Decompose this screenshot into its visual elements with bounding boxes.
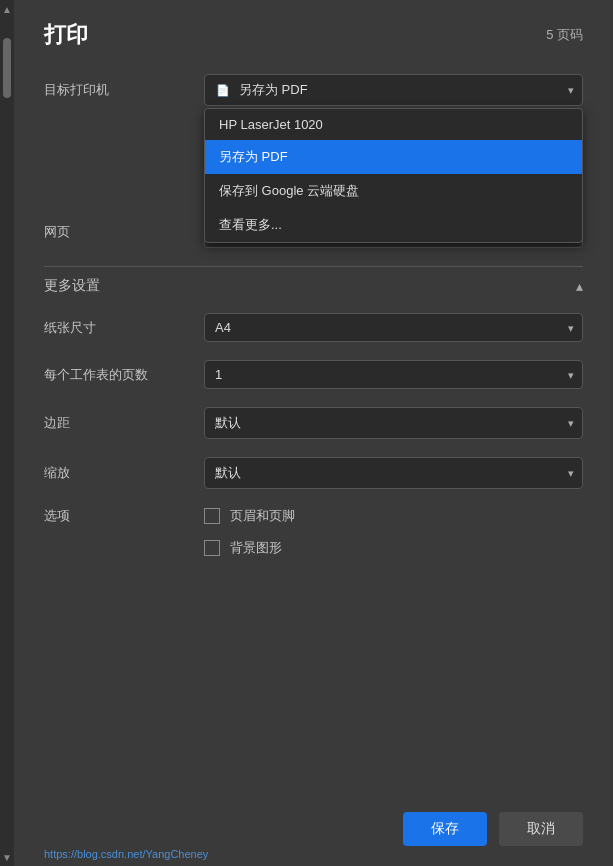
printer-selected-value: 另存为 PDF — [239, 81, 308, 99]
option-background: 背景图形 — [204, 539, 583, 557]
pages-per-sheet-value: 1 — [215, 367, 222, 382]
options-checkboxes: 页眉和页脚 背景图形 — [204, 507, 583, 557]
scale-chevron-icon: ▾ — [568, 467, 574, 480]
target-printer-label: 目标打印机 — [44, 81, 204, 99]
dropdown-item-label: 保存到 Google 云端硬盘 — [219, 182, 359, 200]
pages-per-sheet-selector: 1 ▾ — [204, 360, 583, 389]
options-label: 选项 — [44, 507, 204, 525]
scale-value: 默认 — [215, 464, 241, 482]
section-divider — [44, 266, 583, 267]
margins-selector: 默认 ▾ — [204, 407, 583, 439]
printer-select-box[interactable]: 📄 另存为 PDF ▾ — [204, 74, 583, 106]
dialog-footer: 保存 取消 — [403, 812, 583, 846]
save-button[interactable]: 保存 — [403, 812, 487, 846]
pages-per-sheet-chevron-icon: ▾ — [568, 368, 574, 381]
scrollbar-thumb[interactable] — [3, 38, 11, 98]
paper-size-value: A4 — [215, 320, 231, 335]
scrollbar-track — [3, 18, 11, 848]
more-settings-label: 更多设置 — [44, 277, 100, 295]
dropdown-item-label: 查看更多... — [219, 216, 282, 234]
document-icon: 📄 — [215, 82, 231, 98]
margins-label: 边距 — [44, 414, 204, 432]
margins-row: 边距 默认 ▾ — [44, 407, 583, 439]
layout-label: 网页 — [44, 223, 204, 241]
watermark-text: https://blog.csdn.net/YangCheney — [44, 848, 208, 860]
paper-size-label: 纸张尺寸 — [44, 319, 204, 337]
margins-chevron-icon: ▾ — [568, 417, 574, 430]
option-header-footer-label: 页眉和页脚 — [230, 507, 295, 525]
paper-size-selector: A4 ▾ — [204, 313, 583, 342]
pages-per-sheet-label: 每个工作表的页数 — [44, 366, 204, 384]
dropdown-item-hp[interactable]: HP LaserJet 1020 — [205, 109, 582, 140]
dropdown-item-more[interactable]: 查看更多... — [205, 208, 582, 242]
scale-select-box[interactable]: 默认 ▾ — [204, 457, 583, 489]
checkbox-header-footer[interactable] — [204, 508, 220, 524]
printer-selector: 📄 另存为 PDF ▾ HP LaserJet 1020 另存为 PDF 保存到… — [204, 74, 583, 106]
dropdown-item-pdf[interactable]: 另存为 PDF — [205, 140, 582, 174]
margins-select-box[interactable]: 默认 ▾ — [204, 407, 583, 439]
pages-per-sheet-select-box[interactable]: 1 ▾ — [204, 360, 583, 389]
cancel-button[interactable]: 取消 — [499, 812, 583, 846]
scale-selector: 默认 ▾ — [204, 457, 583, 489]
more-settings-header: 更多设置 ▴ — [44, 277, 583, 295]
print-dialog: 打印 5 页码 目标打印机 📄 另存为 PDF ▾ HP LaserJet 10… — [14, 0, 613, 866]
checkbox-background[interactable] — [204, 540, 220, 556]
dropdown-item-gdrive[interactable]: 保存到 Google 云端硬盘 — [205, 174, 582, 208]
chevron-down-icon: ▾ — [568, 84, 574, 97]
dialog-title: 打印 — [44, 20, 88, 50]
printer-dropdown: HP LaserJet 1020 另存为 PDF 保存到 Google 云端硬盘… — [204, 108, 583, 243]
dialog-header: 打印 5 页码 — [44, 20, 583, 50]
option-header-footer: 页眉和页脚 — [204, 507, 583, 525]
pages-per-sheet-row: 每个工作表的页数 1 ▾ — [44, 360, 583, 389]
dropdown-item-label: 另存为 PDF — [219, 148, 288, 166]
dropdown-item-label: HP LaserJet 1020 — [219, 117, 323, 132]
paper-size-select-box[interactable]: A4 ▾ — [204, 313, 583, 342]
paper-size-row: 纸张尺寸 A4 ▾ — [44, 313, 583, 342]
paper-size-chevron-icon: ▾ — [568, 321, 574, 334]
scale-label: 缩放 — [44, 464, 204, 482]
scroll-up-arrow[interactable]: ▲ — [2, 4, 12, 14]
target-printer-row: 目标打印机 📄 另存为 PDF ▾ HP LaserJet 1020 另存为 P… — [44, 74, 583, 106]
scrollbar[interactable]: ▲ ▼ — [0, 0, 14, 866]
scroll-down-arrow[interactable]: ▼ — [2, 852, 12, 862]
more-settings-toggle[interactable]: ▴ — [576, 278, 583, 294]
options-row: 选项 页眉和页脚 背景图形 — [44, 507, 583, 557]
scale-row: 缩放 默认 ▾ — [44, 457, 583, 489]
margins-value: 默认 — [215, 414, 241, 432]
option-background-label: 背景图形 — [230, 539, 282, 557]
page-count: 5 页码 — [546, 26, 583, 44]
